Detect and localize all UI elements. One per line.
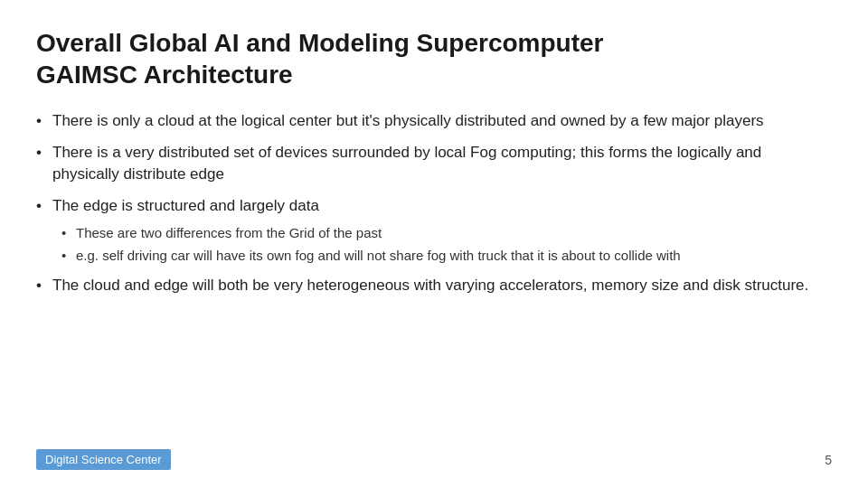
sub-bullet-item-2: e.g. self driving car will have its own … xyxy=(61,246,832,266)
slide-title: Overall Global AI and Modeling Supercomp… xyxy=(36,27,832,90)
sub-bullet-list: These are two differences from the Grid … xyxy=(61,223,832,267)
bullet-item-3: The edge is structured and largely data … xyxy=(36,195,832,266)
bullet-text-1: There is only a cloud at the logical cen… xyxy=(52,112,764,129)
content-area: Overall Global AI and Modeling Supercomp… xyxy=(36,27,832,442)
bullet-item-2: There is a very distributed set of devic… xyxy=(36,142,832,186)
footer-label: Digital Science Center xyxy=(36,449,171,470)
sub-bullet-text-2: e.g. self driving car will have its own … xyxy=(76,248,681,263)
bullet-item-1: There is only a cloud at the logical cen… xyxy=(36,110,832,133)
title-line1: Overall Global AI and Modeling Supercomp… xyxy=(36,29,604,57)
sub-bullet-text-1: These are two differences from the Grid … xyxy=(76,225,382,240)
sub-bullet-item-1: These are two differences from the Grid … xyxy=(61,223,832,243)
bullet-text-3: The edge is structured and largely data xyxy=(52,197,319,214)
main-bullet-list: There is only a cloud at the logical cen… xyxy=(36,110,832,297)
slide-container: Overall Global AI and Modeling Supercomp… xyxy=(0,0,868,488)
bullet-text-2: There is a very distributed set of devic… xyxy=(52,144,761,183)
bullet-item-4: The cloud and edge will both be very het… xyxy=(36,275,832,297)
footer: Digital Science Center 5 xyxy=(36,442,832,470)
page-number: 5 xyxy=(825,453,832,467)
bullet-text-4: The cloud and edge will both be very het… xyxy=(52,277,808,294)
title-line2: GAIMSC Architecture xyxy=(36,61,293,89)
